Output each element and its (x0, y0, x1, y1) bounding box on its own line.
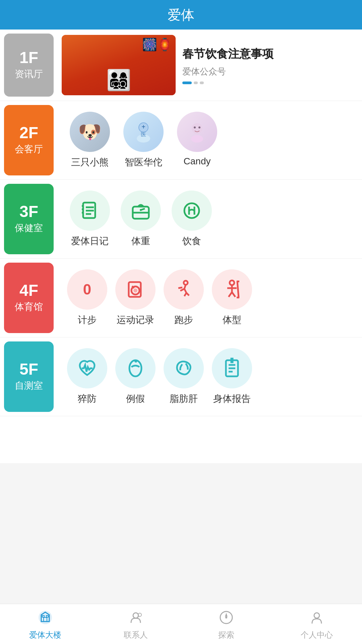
tool-weight[interactable]: 体重 (121, 191, 161, 248)
app-header: 爱体 (0, 0, 362, 30)
sport-steps[interactable]: 0 计步 (67, 269, 107, 326)
svg-point-19 (184, 203, 199, 218)
profile-nav-icon (307, 608, 326, 627)
body-shape-svg-icon (221, 279, 243, 300)
contact-candy[interactable]: Candy (177, 112, 217, 167)
contact-name-2: Candy (184, 156, 211, 167)
explore-svg-icon (218, 609, 234, 626)
tool-diet[interactable]: 饮食 (172, 191, 212, 248)
floor-5-content: 猝防 例假 (58, 337, 362, 416)
floor-4-label: 4F 体育馆 (4, 263, 54, 333)
steps-icon-bg: 0 (67, 269, 107, 310)
svg-point-24 (133, 288, 137, 292)
candy-svg-icon (185, 120, 209, 144)
floor-4-section: 4F 体育馆 0 计步 (0, 259, 362, 337)
floor-2-section: 2F 会客厅 🐶 三只小熊 + 医 (0, 101, 362, 180)
svg-point-25 (184, 281, 188, 285)
contacts-svg-icon (128, 609, 144, 626)
contact-name-1: 智医华佗 (125, 156, 162, 169)
diary-icon-bg (70, 191, 110, 231)
floor-5-num: 5F (19, 361, 38, 377)
sport-records[interactable]: 运动记录 (115, 269, 156, 326)
check-period[interactable]: 例假 (115, 348, 156, 405)
check-fatty-liver[interactable]: 脂肪肝 (164, 348, 204, 405)
period-svg-icon (125, 358, 146, 379)
steps-count: 0 (83, 281, 91, 298)
news-title: 春节饮食注意事项 (182, 46, 358, 62)
building-nav-icon (36, 608, 55, 627)
fatty-liver-icon-bg (164, 348, 204, 388)
running-icon-bg (164, 269, 204, 310)
check-sudden-death[interactable]: 猝防 (67, 348, 107, 405)
sport-name-3: 体型 (223, 314, 241, 326)
records-svg-icon (125, 279, 146, 300)
health-tools-grid: 爱体日记 体重 (62, 185, 220, 253)
contact-zhiyihuatuo[interactable]: + 医 智医华佗 (123, 112, 164, 169)
cny-illustration (62, 35, 176, 95)
nav-label-1: 联系人 (124, 630, 148, 640)
tool-name-2: 饮食 (182, 235, 201, 248)
floor-4-content: 0 计步 运动记录 (58, 259, 362, 337)
building-svg-icon (37, 609, 53, 626)
diet-svg-icon (181, 200, 202, 221)
heart-monitor-svg-icon (76, 358, 98, 379)
svg-point-32 (129, 360, 141, 376)
bottom-navigation: 爱体大楼 联系人 探索 (0, 604, 362, 644)
sport-running[interactable]: 跑步 (164, 269, 204, 326)
body-shape-icon-bg (212, 269, 252, 310)
floor-5-name: 自测室 (15, 379, 43, 392)
dot-1 (182, 82, 192, 84)
avatar-candy (177, 112, 217, 152)
svg-text:+: + (141, 123, 145, 130)
check-body-report[interactable]: 身体报告 (212, 348, 252, 405)
diary-svg-icon (79, 200, 101, 221)
check-name-1: 例假 (126, 392, 145, 405)
period-icon-bg (115, 348, 156, 388)
nav-profile[interactable]: 个人中心 (272, 608, 362, 640)
svg-point-49 (225, 616, 227, 619)
check-name-2: 脂肪肝 (170, 392, 198, 405)
weight-icon-bg (121, 191, 161, 231)
floor-3-label: 3F 保健室 (4, 184, 54, 254)
body-report-icon-bg (212, 348, 252, 388)
contact-sanzixiaoxiong[interactable]: 🐶 三只小熊 (70, 112, 110, 169)
news-card[interactable]: 春节饮食注意事项 爱体公众号 (62, 35, 358, 95)
svg-line-29 (237, 281, 239, 298)
floor-3-section: 3F 保健室 (0, 180, 362, 259)
contacts-nav-icon (126, 608, 145, 627)
svg-point-26 (230, 280, 234, 285)
sport-name-1: 运动记录 (117, 314, 154, 326)
floor-3-num: 3F (19, 204, 38, 220)
svg-point-6 (194, 126, 196, 128)
check-name-0: 猝防 (78, 392, 97, 405)
nav-explore[interactable]: 探索 (181, 608, 272, 640)
nav-label-0: 爱体大楼 (29, 630, 61, 640)
nav-building[interactable]: 爱体大楼 (0, 608, 90, 640)
dot-2 (194, 82, 198, 84)
floor-1-section: 1F 资讯厅 春节饮食注意事项 爱体公众号 (0, 30, 362, 101)
svg-point-4 (192, 123, 202, 134)
svg-point-5 (191, 135, 203, 143)
self-check-grid: 猝防 例假 (62, 343, 257, 411)
contacts-grid: 🐶 三只小熊 + 医 智医华佗 (62, 106, 225, 174)
liver-svg-icon (173, 358, 194, 379)
floor-4-name: 体育馆 (15, 301, 43, 313)
svg-point-50 (314, 613, 319, 618)
main-content: 1F 资讯厅 春节饮食注意事项 爱体公众号 (0, 30, 362, 463)
floor-5-label: 5F 自测室 (4, 341, 54, 412)
floor-1-num: 1F (19, 50, 38, 66)
nav-label-2: 探索 (218, 630, 234, 640)
app-title: 爱体 (168, 6, 194, 24)
report-svg-icon (221, 358, 243, 379)
floor-2-label: 2F 会客厅 (4, 105, 54, 175)
tool-name-1: 体重 (131, 235, 150, 248)
floor-4-num: 4F (19, 282, 38, 299)
floor-5-section: 5F 自测室 猝防 (0, 337, 362, 416)
tool-diary[interactable]: 爱体日记 (70, 191, 110, 248)
sport-name-2: 跑步 (174, 314, 193, 326)
sport-body-shape[interactable]: 体型 (212, 269, 252, 326)
svg-point-7 (198, 126, 200, 128)
avatar-dog: 🐶 (70, 112, 110, 152)
nav-contacts[interactable]: 联系人 (90, 608, 181, 640)
floor-2-num: 2F (19, 125, 38, 141)
